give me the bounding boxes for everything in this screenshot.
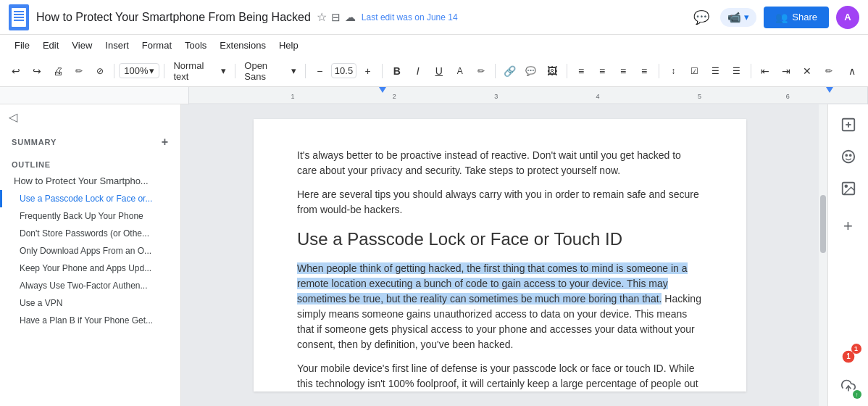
indent-more-button[interactable]: ⇥ <box>777 61 796 81</box>
svg-text:4: 4 <box>596 93 600 100</box>
svg-text:3: 3 <box>494 93 498 100</box>
notification-icon[interactable]: 1 1 <box>834 342 863 371</box>
right-panel: + 1 1 ↑ <box>827 104 868 406</box>
people-icon: 👥 <box>775 12 788 23</box>
outline-section: OUTLINE How to Protect Your Smartpho... … <box>0 154 180 332</box>
font-arrow: ▾ <box>291 65 296 76</box>
document-area[interactable]: It's always better to be proactive inste… <box>181 104 819 406</box>
cloud-icon[interactable]: ☁ <box>345 11 356 24</box>
comment-panel-icon[interactable]: 💬 <box>690 6 713 29</box>
ruler-inner: 1 2 3 4 5 6 <box>188 87 868 104</box>
indent-less-button[interactable]: ⇤ <box>756 61 775 81</box>
svg-text:5: 5 <box>698 93 701 100</box>
google-docs-icon <box>9 4 29 30</box>
underline-button[interactable]: U <box>429 61 448 81</box>
separator-9 <box>751 64 751 78</box>
document-title: How to Protect Your Smartphone From Bein… <box>36 11 311 24</box>
align-center-button[interactable]: ≡ <box>593 61 612 81</box>
font-family-dropdown[interactable]: Open Sans ▾ <box>240 59 301 83</box>
bold-button[interactable]: B <box>387 61 406 81</box>
add-summary-icon[interactable]: + <box>162 136 169 149</box>
menu-file[interactable]: File <box>9 38 36 53</box>
last-edit-text: Last edit was on June 14 <box>362 12 458 22</box>
sidebar-collapse-button[interactable]: ◁ <box>0 104 180 130</box>
notification-area: 1 1 ↑ <box>834 342 863 400</box>
italic-button[interactable]: I <box>408 61 427 81</box>
top-right-actions: 💬 📹 ▾ 👥 Share A <box>690 6 859 29</box>
collapse-toolbar-button[interactable]: ∧ <box>842 61 862 81</box>
document-page: It's always better to be proactive inste… <box>254 119 746 392</box>
font-size-field[interactable]: 10.5 <box>331 63 356 78</box>
svg-point-11 <box>846 154 847 156</box>
outline-item-2[interactable]: Frequently Back Up Your Phone <box>0 207 180 225</box>
highlighted-text-block: When people think of getting hacked, the… <box>297 262 688 304</box>
highlight-color-button[interactable]: ✏ <box>471 61 491 81</box>
folder-icon[interactable]: ⊟ <box>331 11 341 24</box>
notification-badge: 1 <box>851 344 861 354</box>
scrollbar-track[interactable] <box>819 104 827 406</box>
text-color-button[interactable]: A <box>450 61 470 81</box>
add-to-doc-icon[interactable] <box>834 110 863 139</box>
editing-mode-button[interactable]: ✏ <box>819 61 839 81</box>
menu-help[interactable]: Help <box>273 38 304 53</box>
svg-point-12 <box>849 154 851 156</box>
share-button[interactable]: 👥 Share <box>764 7 829 28</box>
insert-link-button[interactable]: 🔗 <box>500 61 519 81</box>
align-right-button[interactable]: ≡ <box>614 61 633 81</box>
insert-image-button[interactable]: 🖼 <box>542 61 562 81</box>
outline-item-3[interactable]: Don't Store Passwords (or Othe... <box>0 225 180 242</box>
scrollbar-thumb[interactable] <box>820 195 826 253</box>
menu-insert[interactable]: Insert <box>99 38 135 53</box>
separator-4 <box>305 64 306 78</box>
meet-button[interactable]: 📹 ▾ <box>720 8 756 27</box>
star-icon[interactable]: ☆ <box>317 10 327 24</box>
sidebar: ◁ SUMMARY + OUTLINE How to Protect Your … <box>0 104 181 406</box>
bullet-list-button[interactable]: ☰ <box>706 61 725 81</box>
outline-item-4[interactable]: Only Download Apps From an O... <box>0 242 180 260</box>
font-size-increase[interactable]: + <box>358 61 377 81</box>
outline-item-1[interactable]: Use a Passcode Lock or Face or... <box>0 190 180 207</box>
outline-item-7[interactable]: Use a VPN <box>0 294 180 312</box>
clear-formatting-button[interactable]: ✕ <box>798 61 817 81</box>
outline-title: OUTLINE <box>0 157 180 172</box>
print-button[interactable]: 🖨 <box>48 61 67 81</box>
floating-add-button[interactable]: + <box>834 212 863 241</box>
separator-7 <box>567 64 567 78</box>
font-size-decrease[interactable]: − <box>310 61 330 81</box>
main-layout: ◁ SUMMARY + OUTLINE How to Protect Your … <box>0 104 868 406</box>
svg-text:1: 1 <box>846 352 851 360</box>
summary-label: SUMMARY <box>12 138 57 146</box>
menu-view[interactable]: View <box>66 38 98 53</box>
align-left-button[interactable]: ≡ <box>571 61 591 81</box>
checklist-button[interactable]: ☑ <box>685 61 704 81</box>
collapse-icon: ◁ <box>9 110 17 124</box>
outline-item-8[interactable]: Have a Plan B if Your Phone Get... <box>0 312 180 329</box>
numbered-list-button[interactable]: ☰ <box>727 61 746 81</box>
redo-button[interactable]: ↪ <box>27 61 46 81</box>
section1-heading: Use a Passcode Lock or Face or Touch ID <box>297 226 703 252</box>
zoom-dropdown[interactable]: 100% ▾ <box>119 63 159 78</box>
outline-item-0[interactable]: How to Protect Your Smartpho... <box>0 172 180 190</box>
line-spacing-button[interactable]: ↕ <box>664 61 683 81</box>
ruler: 1 2 3 4 5 6 <box>0 87 868 104</box>
menu-edit[interactable]: Edit <box>37 38 64 53</box>
image-insert-icon[interactable] <box>834 174 863 203</box>
separator-2 <box>164 64 164 78</box>
align-justify-button[interactable]: ≡ <box>635 61 654 81</box>
menu-extensions[interactable]: Extensions <box>214 38 272 53</box>
outline-item-6[interactable]: Always Use Two-Factor Authen... <box>0 277 180 294</box>
insert-comment-button[interactable]: 💬 <box>521 61 541 81</box>
text-style-dropdown[interactable]: Normal text ▾ <box>169 59 230 83</box>
style-label: Normal text <box>173 60 220 82</box>
title-action-icons: ☆ ⊟ ☁ <box>317 10 356 24</box>
cloud-upload-icon[interactable]: ↑ <box>834 371 863 400</box>
undo-button[interactable]: ↩ <box>6 61 25 81</box>
meet-icon: 📹 <box>727 11 741 24</box>
outline-item-5[interactable]: Keep Your Phone and Apps Upd... <box>0 260 180 277</box>
paint-format-button[interactable]: ✏ <box>69 61 88 81</box>
emoji-insert-icon[interactable] <box>834 142 863 171</box>
user-avatar[interactable]: A <box>836 6 859 29</box>
menu-tools[interactable]: Tools <box>179 38 212 53</box>
clear-format-button[interactable]: ⊘ <box>90 61 109 81</box>
menu-format[interactable]: Format <box>136 38 178 53</box>
